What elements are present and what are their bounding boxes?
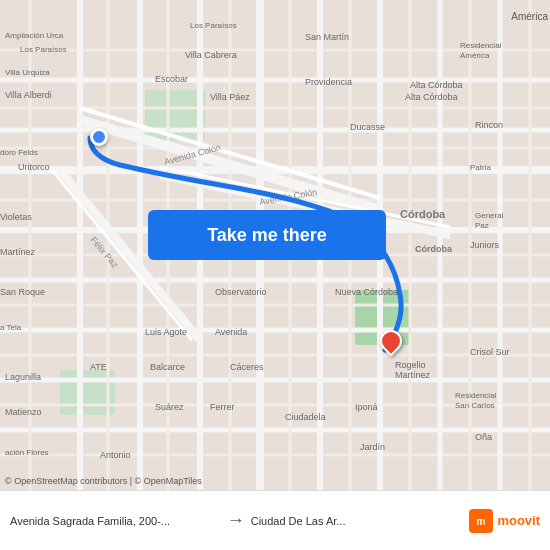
svg-text:Residencial: Residencial [455,391,497,400]
svg-text:San Carlos: San Carlos [455,401,495,410]
origin-marker [90,128,108,146]
svg-text:General: General [475,211,504,220]
svg-text:Providencia: Providencia [305,77,352,87]
svg-text:Córdoba: Córdoba [400,208,446,220]
svg-text:Alta Córdoba: Alta Córdoba [410,80,463,90]
svg-text:Villa Urquiza: Villa Urquiza [5,68,50,77]
svg-text:Juniors: Juniors [470,240,500,250]
svg-text:Ciudadela: Ciudadela [285,412,326,422]
to-label: Ciudad De Las Ar... [251,515,462,527]
svg-text:Martínez: Martínez [395,370,431,380]
svg-text:Villa Páez: Villa Páez [210,92,250,102]
svg-text:Villa Alberdi: Villa Alberdi [5,90,52,100]
svg-text:Iponá: Iponá [355,402,378,412]
svg-text:Nueva Córdoba: Nueva Córdoba [335,287,398,297]
svg-text:Rogelio: Rogelio [395,360,426,370]
destination-marker [380,330,402,360]
svg-text:Oña: Oña [475,432,492,442]
from-label: Avenida Sagrada Familia, 200-... [10,515,221,527]
svg-text:Patria: Patria [470,163,491,172]
moovit-logo: m moovit [469,509,540,533]
svg-text:Ampliación Urca: Ampliación Urca [5,31,64,40]
destination-pin [375,325,406,356]
svg-text:San Roque: San Roque [0,287,45,297]
svg-text:Violetas: Violetas [0,212,32,222]
svg-text:a Tela: a Tela [0,323,22,332]
svg-text:ATE: ATE [90,362,107,372]
america-label: América [511,11,548,22]
svg-text:Antonio: Antonio [100,450,131,460]
svg-text:Avenida: Avenida [215,327,247,337]
svg-text:Crisol Sur: Crisol Sur [470,347,510,357]
svg-text:Villa Cabrera: Villa Cabrera [185,50,237,60]
from-location: Avenida Sagrada Familia, 200-... [10,515,221,527]
svg-text:Matienzo: Matienzo [5,407,42,417]
svg-text:m: m [477,516,486,527]
bottom-bar: Avenida Sagrada Familia, 200-... → Ciuda… [0,490,550,550]
map-container: Avenida Colón Avenida Colón Félix Paz Lo… [0,0,550,490]
svg-text:Observatorio: Observatorio [215,287,267,297]
svg-text:Jardín: Jardín [360,442,385,452]
svg-text:Residencial: Residencial [460,41,502,50]
take-me-there-button[interactable]: Take me there [148,210,386,260]
svg-text:Luis Agote: Luis Agote [145,327,187,337]
to-location: Ciudad De Las Ar... [251,515,462,527]
svg-text:Córdoba: Córdoba [415,244,453,254]
svg-text:Balcarce: Balcarce [150,362,185,372]
svg-text:ación Flores: ación Flores [5,448,49,457]
svg-text:© OpenStreetMap contributors |: © OpenStreetMap contributors | © OpenMap… [5,476,202,486]
svg-text:Alta Córdoba: Alta Córdoba [405,92,458,102]
svg-text:Ducasse: Ducasse [350,122,385,132]
svg-text:San Martín: San Martín [305,32,349,42]
svg-text:América: América [460,51,490,60]
svg-text:Suárez: Suárez [155,402,184,412]
svg-text:Los Paraísos: Los Paraísos [190,21,237,30]
svg-text:Cáceres: Cáceres [230,362,264,372]
svg-text:Paz: Paz [475,221,489,230]
svg-text:Escobar: Escobar [155,74,188,84]
svg-text:Rincon: Rincon [475,120,503,130]
direction-arrow: → [221,510,251,531]
svg-text:Ferrer: Ferrer [210,402,235,412]
svg-text:Los Paraísos: Los Paraísos [20,45,67,54]
svg-text:Martínez: Martínez [0,247,36,257]
moovit-icon: m [469,509,493,533]
svg-text:Lagunilla: Lagunilla [5,372,41,382]
svg-text:doro Felds: doro Felds [0,148,38,157]
moovit-text: moovit [497,513,540,528]
svg-text:Uritorco: Uritorco [18,162,50,172]
